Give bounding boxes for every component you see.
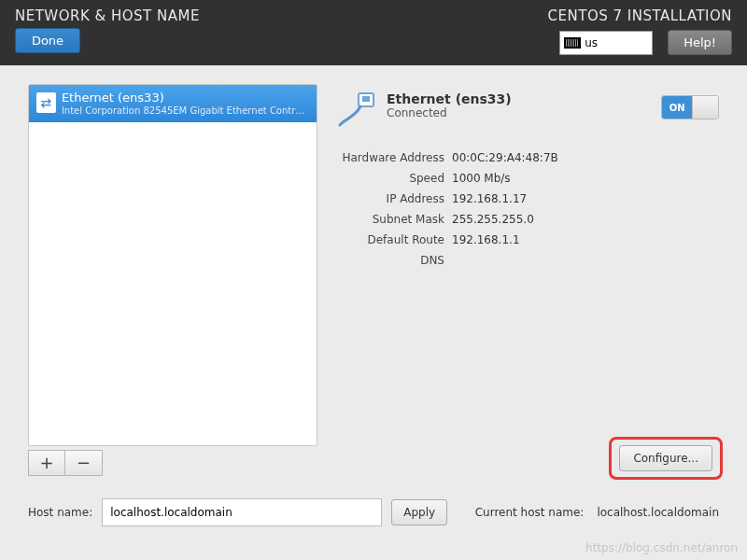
- svg-rect-1: [362, 96, 370, 102]
- remove-interface-button[interactable]: −: [65, 450, 103, 476]
- ethernet-icon: ⇄: [36, 92, 56, 113]
- ip-label: IP Address: [336, 192, 452, 205]
- hostname-label: Host name:: [28, 506, 92, 519]
- speed-label: Speed: [336, 172, 452, 185]
- watermark: https://blog.csdn.net/anron: [585, 541, 738, 554]
- done-button[interactable]: Done: [15, 28, 80, 53]
- speed-value: 1000 Mb/s: [452, 172, 511, 185]
- dns-label: DNS: [336, 254, 452, 267]
- route-value: 192.168.1.1: [452, 233, 520, 246]
- help-button[interactable]: Help!: [668, 30, 732, 55]
- toggle-on-label: ON: [662, 96, 692, 119]
- ethernet-cable-icon: [336, 91, 377, 129]
- hw-label: Hardware Address: [336, 151, 452, 164]
- connection-status: Connected: [387, 106, 512, 119]
- hw-value: 00:0C:29:A4:48:7B: [452, 151, 558, 164]
- route-label: Default Route: [336, 233, 452, 246]
- interface-name: Ethernet (ens33): [62, 91, 309, 105]
- add-interface-button[interactable]: +: [28, 450, 65, 476]
- mask-label: Subnet Mask: [336, 213, 452, 226]
- interface-toggle[interactable]: ON: [661, 95, 719, 119]
- configure-button[interactable]: Configure...: [619, 445, 712, 471]
- interface-desc: Intel Corporation 82545EM Gigabit Ethern…: [62, 105, 309, 117]
- installer-title: CENTOS 7 INSTALLATION: [548, 7, 732, 24]
- keyboard-icon: [564, 37, 581, 49]
- detail-interface-name: Ethernet (ens33): [387, 91, 512, 106]
- configure-highlight: Configure...: [609, 437, 723, 480]
- apply-button[interactable]: Apply: [391, 499, 447, 525]
- network-interface-item[interactable]: ⇄ Ethernet (ens33) Intel Corporation 825…: [29, 85, 317, 122]
- keyboard-layout-text: us: [585, 36, 598, 49]
- current-hostname-value: localhost.localdomain: [597, 506, 719, 519]
- keyboard-layout-indicator[interactable]: us: [559, 31, 653, 55]
- page-title: NETWORK & HOST NAME: [15, 7, 200, 24]
- hostname-input[interactable]: [102, 498, 382, 526]
- mask-value: 255.255.255.0: [452, 213, 534, 226]
- toggle-knob: [692, 96, 718, 119]
- network-interface-list[interactable]: ⇄ Ethernet (ens33) Intel Corporation 825…: [28, 84, 317, 446]
- current-hostname-label: Current host name:: [475, 506, 585, 519]
- ip-value: 192.168.1.17: [452, 192, 527, 205]
